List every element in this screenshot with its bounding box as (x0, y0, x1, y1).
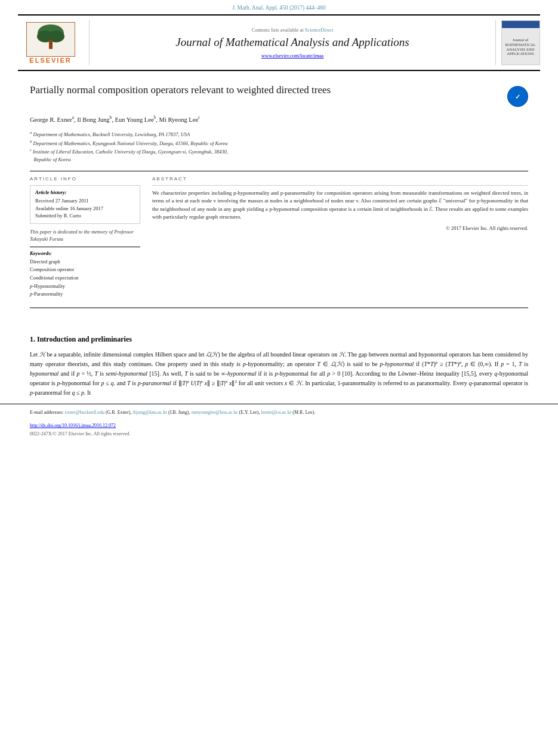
abstract-column: ABSTRACT We characterize properties incl… (152, 176, 528, 299)
journal-title: Journal of Mathematical Analysis and App… (175, 35, 409, 50)
footnotes-section: E-mail addresses: exner@bucknell.edu (G.… (0, 404, 558, 421)
doi-link[interactable]: http://dx.doi.org/10.1016/j.jmaa.2016.12… (30, 423, 116, 428)
affil-b: Department of Mathematics, Kyungpook Nat… (33, 140, 227, 146)
crossmark-icon[interactable]: ✓ (507, 86, 528, 107)
keyword-1: Directed graph (30, 258, 140, 266)
affiliations-section: a Department of Mathematics, Bucknell Un… (30, 130, 528, 163)
affil-a: Department of Mathematics, Bucknell Univ… (33, 131, 190, 137)
journal-url: www.elsevier.com/locate/jmaa (261, 53, 323, 59)
abstract-copyright: © 2017 Elsevier Inc. All rights reserved… (152, 225, 528, 231)
keywords-section: Keywords: Directed graph Composition ope… (30, 247, 140, 299)
article-info-heading: ARTICLE INFO (30, 176, 140, 182)
page: J. Math. Anal. Appl. 450 (2017) 444–460 … (0, 0, 558, 756)
elsevier-logo-section: ELSEVIER (18, 20, 90, 65)
article-title: Partially normal composition operators r… (30, 83, 501, 97)
author-name-2: (I.B. Jung) (168, 410, 189, 415)
elsevier-logo-svg (26, 22, 75, 57)
body-divider (30, 308, 528, 308)
keyword-4: p-Hyponormality (30, 282, 140, 291)
and-word: and (117, 380, 125, 386)
authors-line: George R. Exnera, Il Bong Jungb, Eun You… (30, 114, 528, 125)
submitted-line: Submitted by R. Curto (35, 212, 135, 220)
email-link-4[interactable]: leemr@cu.ac.kr (261, 410, 291, 415)
journal-url-link[interactable]: www.elsevier.com/locate/jmaa (261, 53, 323, 59)
intro-paragraph-1: Let ℋ be a separable, infinite dimension… (30, 350, 528, 398)
affil-c: Institute of Liberal Education, Catholic… (30, 149, 228, 162)
intro-section-title: 1. Introduction and preliminaries (30, 335, 528, 344)
journal-header: ELSEVIER Contents lists available at Sci… (18, 14, 540, 71)
journal-cover-image: Journal of MATHEMATICAL ANALYSIS AND APP… (501, 20, 540, 65)
email-link-3[interactable]: eunyounglee@knu.ac.kr (191, 410, 238, 415)
keyword-3: Conditional expectation (30, 274, 140, 282)
section-divider (30, 171, 528, 171)
abstract-top-divider (152, 185, 528, 186)
received-line: Received 27 January 2011 (35, 197, 135, 205)
abstract-heading: ABSTRACT (152, 176, 528, 182)
article-info-column: ARTICLE INFO Article history: Received 2… (30, 176, 140, 299)
doi-line: http://dx.doi.org/10.1016/j.jmaa.2016.12… (0, 421, 558, 430)
svg-text:✓: ✓ (515, 93, 520, 100)
contents-available-text: Contents lists available at ScienceDirec… (252, 27, 334, 33)
dedication-text: This paper is dedicated to the memory of… (30, 229, 140, 243)
abstract-text: We characterize properties including p-h… (152, 189, 528, 222)
journal-cover-text: Journal of MATHEMATICAL ANALYSIS AND APP… (502, 36, 539, 57)
citation-text: J. Math. Anal. Appl. 450 (2017) 444–460 (232, 5, 326, 11)
email-footnote: E-mail addresses: exner@bucknell.edu (G.… (30, 409, 528, 416)
keywords-title: Keywords: (30, 250, 140, 256)
article-history-box: Article history: Received 27 January 201… (30, 185, 140, 224)
citation-bar: J. Math. Anal. Appl. 450 (2017) 444–460 (0, 0, 558, 14)
emails-label: E-mail addresses: (30, 410, 64, 415)
author-name-1: (G.R. Exner) (106, 410, 131, 415)
keyword-5: p-Paranormality (30, 290, 140, 299)
svg-rect-4 (49, 40, 53, 49)
article-title-section: Partially normal composition operators r… (30, 83, 528, 107)
keyword-2: Composition operator (30, 266, 140, 274)
history-title: Article history: (35, 189, 135, 195)
author-name-4: (M.R. Lee). (292, 410, 315, 415)
article-content: Partially normal composition operators r… (0, 71, 558, 324)
article-info-abstract-section: ARTICLE INFO Article history: Received 2… (30, 176, 528, 299)
article-body: 1. Introduction and preliminaries Let ℋ … (0, 335, 558, 398)
available-line: Available online 16 January 2017 (35, 205, 135, 213)
email-link-2[interactable]: ibjung@knu.ac.kr (132, 410, 167, 415)
science-direct-link[interactable]: ScienceDirect (305, 27, 334, 33)
email-link-1[interactable]: exner@bucknell.edu (65, 410, 104, 415)
author-name-3: (E.Y. Lee), (239, 410, 260, 415)
copyright-line: 0022-247X/© 2017 Elsevier Inc. All right… (0, 430, 558, 441)
crossmark-badge[interactable]: ✓ (507, 86, 528, 107)
journal-center-section: Contents lists available at ScienceDirec… (90, 20, 495, 65)
journal-thumbnail: Journal of MATHEMATICAL ANALYSIS AND APP… (495, 20, 540, 65)
elsevier-wordmark: ELSEVIER (29, 57, 71, 64)
